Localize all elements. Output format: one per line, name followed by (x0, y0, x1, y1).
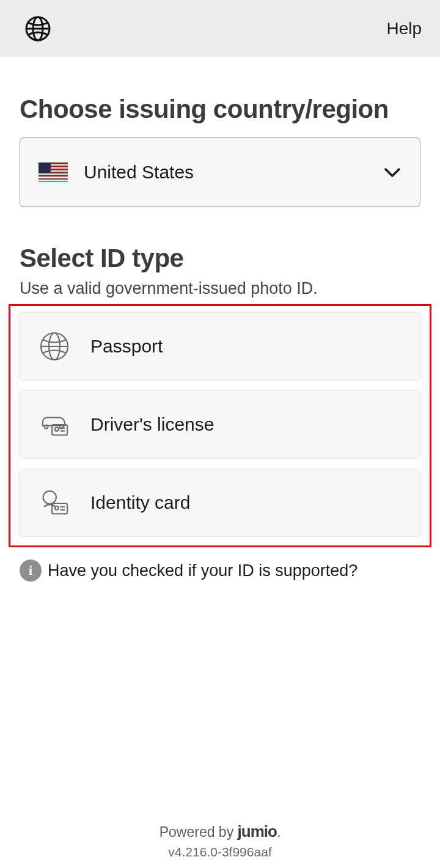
svg-point-12 (43, 491, 56, 504)
help-button[interactable]: Help (386, 19, 422, 38)
svg-rect-13 (52, 503, 67, 514)
language-button[interactable] (23, 14, 53, 43)
id-option-identity-card[interactable]: Identity card (19, 469, 421, 537)
country-select[interactable]: United States (20, 137, 420, 207)
id-option-passport[interactable]: Passport (19, 312, 421, 381)
brand-label: jumio (238, 822, 277, 841)
footer: Powered by jumio. v4.216.0-3f996aaf (0, 822, 440, 859)
support-link[interactable]: i Have you checked if your ID is support… (20, 560, 420, 582)
svg-point-14 (55, 506, 59, 510)
powered-by-label: Powered by (160, 824, 238, 840)
passport-icon (39, 331, 70, 362)
id-option-list: Passport Driver's license (9, 304, 431, 547)
support-text: Have you checked if your ID is supported… (48, 561, 358, 580)
drivers-license-icon (39, 409, 70, 440)
idtype-title: Select ID type (20, 244, 420, 273)
id-option-drivers-license[interactable]: Driver's license (19, 390, 421, 459)
country-title: Choose issuing country/region (20, 95, 420, 124)
id-option-label: Identity card (90, 492, 190, 513)
svg-point-6 (45, 425, 48, 429)
app-header: Help (0, 0, 440, 57)
svg-point-9 (55, 428, 59, 431)
country-selected-label: United States (84, 162, 383, 183)
chevron-down-icon (383, 163, 402, 181)
id-option-label: Driver's license (90, 414, 214, 435)
version-label: v4.216.0-3f996aaf (0, 845, 440, 859)
identity-card-icon (39, 487, 70, 518)
id-option-label: Passport (90, 336, 163, 357)
info-icon: i (20, 560, 42, 582)
idtype-hint: Use a valid government-issued photo ID. (20, 279, 420, 298)
globe-icon (24, 15, 51, 42)
flag-us-icon (38, 162, 68, 182)
